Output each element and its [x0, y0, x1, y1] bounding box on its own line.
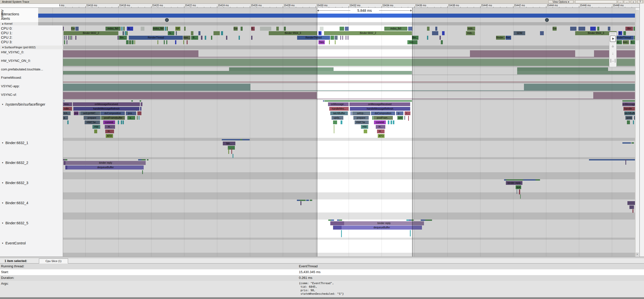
- trace-slice[interactable]: HWCSe...: [355, 120, 369, 124]
- trace-slice[interactable]: add: [397, 116, 403, 120]
- selection-right-line[interactable]: [412, 8, 412, 257]
- trace-slice[interactable]: HW: [361, 125, 368, 129]
- scroll-down-button[interactable]: ▼: [636, 253, 639, 256]
- help-button[interactable]: ?: [637, 0, 643, 3]
- pan-icon-v: ↕: [610, 43, 616, 49]
- sidebar-item--system-bin-surfaceflinger[interactable]: ▾/system/bin/surfaceflinger: [2, 102, 45, 106]
- trace-slice[interactable]: [391, 120, 392, 124]
- trace-slice[interactable]: handleMessageRefresh: [350, 107, 410, 111]
- view-options-button[interactable]: View Options ▾: [548, 0, 573, 3]
- trace-slice[interactable]: [320, 27, 324, 31]
- trace-slice[interactable]: postFram...: [373, 116, 393, 120]
- trace-slice[interactable]: [329, 40, 330, 44]
- collapse-triangle-icon[interactable]: ▾: [2, 182, 3, 184]
- collapse-triangle-icon[interactable]: ▾: [2, 142, 3, 144]
- thread-state-bar[interactable]: [337, 220, 339, 221]
- trace-slice[interactable]: [404, 116, 405, 120]
- palette-grip-handle[interactable]: [610, 33, 615, 35]
- collapse-triangle-icon[interactable]: ▾: [2, 222, 3, 224]
- thread-state-bar[interactable]: [409, 220, 411, 221]
- collapse-triangle-icon[interactable]: ▾: [2, 161, 3, 164]
- trace-slice[interactable]: [335, 40, 336, 44]
- thread-state-bar[interactable]: [331, 220, 334, 221]
- trace-slice[interactable]: hwu: [318, 40, 325, 44]
- vertical-scrollbar[interactable]: [635, 8, 639, 257]
- trace-slice[interactable]: Binder:6832_2: [324, 31, 412, 35]
- collapse-triangle-icon[interactable]: ▾: [2, 202, 3, 204]
- nav-back-button[interactable]: ←: [618, 0, 623, 3]
- trace-slice[interactable]: [333, 120, 337, 124]
- pan-tool-button[interactable]: ↔↕: [610, 43, 616, 49]
- sidebar-item-binder-6832-5[interactable]: ▾Binder:6832_5: [2, 221, 28, 225]
- trace-slice[interactable]: prepare: [353, 116, 369, 120]
- thread-state-bar[interactable]: [339, 220, 342, 221]
- selection-tool-button[interactable]: ➤: [610, 35, 616, 42]
- collapse-triangle-icon[interactable]: ▾: [2, 242, 3, 244]
- zoom-tool-button[interactable]: ↓: [610, 50, 616, 57]
- trace-slice[interactable]: r...: [405, 111, 410, 115]
- trace-slice[interactable]: [351, 111, 352, 115]
- sidebar-item-binder-6832-4[interactable]: ▾Binder:6832_4: [2, 201, 28, 205]
- trace-slice[interactable]: [364, 130, 367, 133]
- trace-slice[interactable]: [342, 36, 343, 40]
- section-header--surfaceflinger-pid-6832-[interactable]: ▾ SurfaceFlinger (pid 6832): [0, 46, 63, 49]
- trace-slice[interactable]: [335, 36, 338, 40]
- trace-slice[interactable]: commit: [374, 120, 386, 124]
- trace-slice[interactable]: mdss_fb0: [384, 27, 407, 31]
- trace-slice[interactable]: [372, 116, 373, 120]
- trace-slice[interactable]: onMessageReceived: [349, 102, 410, 106]
- selection-left-line[interactable]: [317, 8, 317, 257]
- trace-slice[interactable]: [388, 120, 389, 124]
- ruler-minor-tick: [572, 7, 573, 8]
- thread-state-bar[interactable]: [406, 220, 409, 221]
- trace-slice[interactable]: ATO: [378, 134, 385, 138]
- trace-slice[interactable]: dequeueBuffer: [342, 226, 422, 230]
- trace-slice[interactable]: [331, 36, 334, 40]
- trace-slice[interactable]: [393, 120, 394, 124]
- scrollbar-thumb[interactable]: [636, 10, 639, 40]
- sidebar-item-framemissed-: FrameMissed:: [1, 76, 22, 79]
- trace-slice[interactable]: [341, 120, 342, 124]
- trace-slice[interactable]: doComposition: [371, 111, 395, 115]
- trace-slice[interactable]: [340, 36, 341, 40]
- ruler-minor-tick: [230, 7, 230, 8]
- thread-state-bar[interactable]: [325, 100, 412, 102]
- trace-slice[interactable]: B.: [318, 31, 321, 35]
- sidebar-item-binder-6832-3[interactable]: ▾Binder:6832_3: [2, 181, 28, 185]
- ruler-minor-tick: [526, 7, 526, 8]
- collapse-triangle-icon[interactable]: ▾: [2, 103, 3, 106]
- horizontal-scrollbar[interactable]: [0, 257, 644, 258]
- trace-slice[interactable]: setUp...: [352, 111, 370, 115]
- sidebar-item-eventcontrol[interactable]: ▾EventControl: [2, 241, 26, 245]
- trace-slice[interactable]: H...: [377, 130, 385, 133]
- trace-slice[interactable]: handleMes...: [329, 107, 349, 111]
- ruler-left-cover: [0, 4, 59, 8]
- sidebar-item-binder-6832-1[interactable]: ▾Binder:6832_1: [2, 141, 28, 145]
- trace-slice[interactable]: upda...: [332, 116, 343, 120]
- timing-tool-button[interactable]: ↔: [610, 57, 616, 64]
- thread-state-bar[interactable]: [323, 100, 324, 102]
- thread-state-bar[interactable]: [328, 220, 331, 221]
- timeline-canvas[interactable]: ▵▵Evemdss_fb0B...mdss_fb0GPEveB...mdss_f…: [0, 0, 644, 257]
- trace-slice[interactable]: [348, 36, 348, 40]
- trace-slice[interactable]: [345, 27, 349, 31]
- ruler-minor-tick: [454, 7, 454, 8]
- trace-slice[interactable]: [330, 221, 344, 225]
- trace-slice[interactable]: [340, 27, 344, 31]
- trace-slice[interactable]: H...: [376, 125, 385, 129]
- toolbar-blank-field[interactable]: [575, 0, 617, 3]
- trace-slice[interactable]: onMessage...: [328, 102, 349, 106]
- trace-slice[interactable]: latchBuffer: [330, 111, 348, 115]
- nav-more-button[interactable]: »: [631, 0, 636, 3]
- timeline-ruler[interactable]: 15414 ms15416 ms15418 ms15420 ms15422 ms…: [0, 4, 639, 8]
- section-header--kernel[interactable]: ▸ Kernel: [0, 22, 38, 25]
- trace-slice[interactable]: [346, 36, 346, 40]
- alerts-side-panel[interactable]: [639, 4, 644, 257]
- trace-slice[interactable]: [408, 27, 412, 31]
- sidebar-item-binder-6832-2[interactable]: ▾Binder:6832_2: [2, 161, 28, 165]
- tab-cpu-slice[interactable]: Cpu Slice (1): [39, 259, 68, 264]
- trace-slice[interactable]: p...: [396, 111, 403, 115]
- ruler-minor-tick: [112, 7, 112, 8]
- trace-slice[interactable]: [333, 226, 342, 230]
- nav-forward-button[interactable]: →: [624, 0, 629, 3]
